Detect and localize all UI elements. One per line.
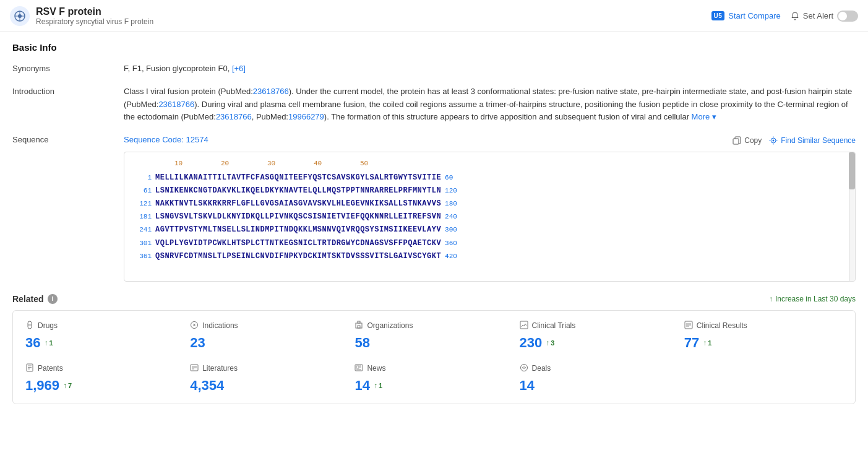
seq-segment: GWYTSVITIE [393, 172, 441, 184]
sequence-row: 361QSNRVFCDTM NSLTLPSEIN LCNVDIFNPK YDCK… [133, 251, 846, 262]
introduction-row: Introduction Class I viral fusion protei… [12, 85, 856, 124]
literatures-label: Literatures [202, 364, 238, 373]
sequence-inner[interactable]: 10 20 30 40 50 1MELLILKANA ITTILTAVTF CF… [124, 152, 855, 281]
header: RSV F protein Respiratory syncytial viru… [0, 0, 868, 32]
literatures-icon [190, 363, 199, 374]
drugs-count: 36 ↑1 [25, 335, 184, 351]
deals-number: 14 [520, 378, 535, 394]
clinical-results-icon [684, 321, 693, 331]
seq-segment: NAKKTNVTLS [155, 198, 203, 210]
patents-label: Patents [38, 364, 63, 373]
seq-start-num: 361 [133, 251, 152, 262]
patents-number: 1,969 [25, 378, 59, 394]
sequence-code: Sequence Code: 12574 [124, 134, 208, 147]
sequence-row: 121NAKKTNVTLS KKRKRRFLGF LLGVGSAIAS GVAV… [133, 198, 846, 210]
header-left: RSV F protein Respiratory syncytial viru… [10, 6, 153, 26]
seq-start-num: 61 [133, 186, 152, 197]
news-badge: ↑1 [374, 381, 382, 390]
related-item-indications: Indications 23 [190, 321, 348, 351]
ruler-20: 20 [202, 158, 248, 170]
seq-start-num: 1 [133, 173, 152, 184]
seq-segment: LLSTNKAVVS [393, 198, 441, 210]
clinical-trials-icon [520, 321, 528, 331]
seq-segment: LSNGVSVLTS [155, 211, 203, 223]
seq-segment: GVAVSKVLHL [298, 198, 346, 210]
sequence-rows-container: 1MELLILKANA ITTILTAVTF CFASGQNITE EFYQST… [133, 172, 846, 262]
seq-end-num: 300 [445, 225, 457, 236]
svg-rect-19 [358, 326, 360, 328]
copy-button[interactable]: Copy [733, 136, 762, 145]
related-header: Related i ↑ Increase in Last 30 days [12, 294, 856, 304]
alert-toggle[interactable] [837, 11, 858, 22]
organizations-number: 58 [355, 335, 369, 351]
pubmed-link-1[interactable]: 23618766 [253, 87, 289, 96]
drugs-header: Drugs [25, 321, 184, 331]
seq-segment: EFYQSTCSAV [298, 172, 346, 184]
patents-header: Patents [25, 363, 184, 374]
set-alert-label: Set Alert [803, 11, 833, 20]
seq-segment: MELLILKANA [155, 172, 203, 184]
find-similar-label: Find Similar Sequence [781, 136, 856, 145]
sequence-scrollbar[interactable] [849, 152, 855, 281]
related-info-icon[interactable]: i [48, 294, 58, 304]
patents-badge: ↑7 [63, 381, 72, 390]
sequence-row: 301VQLPLYGVID TPCWKLHTSP LCTTNTKEGS NICL… [133, 238, 846, 249]
seq-segment: LLGVGSAIAS [251, 198, 298, 210]
copy-icon [733, 136, 741, 145]
seq-segment: DVSSSVITSL [346, 251, 393, 262]
increase-text: Increase in Last 30 days [775, 295, 856, 303]
related-item-drugs: Drugs 36 ↑1 [25, 321, 184, 351]
sequence-value: Sequence Code: 12574 Copy [124, 134, 856, 282]
main-content: Basic Info Synonyms F, F1, Fusion glycop… [0, 32, 868, 414]
related-item-empty [684, 363, 843, 394]
clinical-results-badge-num: 1 [708, 339, 711, 347]
pubmed-link-4[interactable]: 19966279 [288, 112, 324, 121]
find-similar-icon [769, 136, 778, 145]
introduction-more-link[interactable]: More ▾ [692, 112, 716, 121]
pubmed-link-2[interactable]: 23618766 [158, 100, 194, 109]
sequence-row: 181LSNGVSVLTS KVLDLKNYID KQLLPIVNKQ SCSI… [133, 211, 846, 223]
synonyms-more-link[interactable]: [+6] [232, 64, 246, 73]
set-alert-container: Set Alert [791, 11, 858, 22]
news-header: News [355, 363, 513, 374]
title-block: RSV F protein Respiratory syncytial viru… [36, 6, 153, 26]
indications-number: 23 [190, 335, 205, 351]
seq-segment: GTDAKVKLIK [203, 185, 251, 197]
literatures-count: 4,354 [190, 378, 348, 394]
seq-segment: IEFQQKNNRL [346, 211, 393, 223]
sequence-label: Sequence [12, 134, 111, 282]
seq-segment: INDMPITNDQ [251, 224, 298, 236]
clinical-trials-header: Clinical Trials [520, 321, 678, 331]
drugs-number: 36 [25, 335, 40, 351]
deals-label: Deals [532, 364, 551, 373]
news-label: News [367, 364, 385, 373]
seq-end-num: 180 [445, 199, 457, 210]
drugs-badge-num: 1 [49, 339, 53, 347]
related-grid: Drugs 36 ↑1 Indications 23 [12, 310, 856, 404]
seq-segment: TPCWKLHTSP [203, 238, 251, 249]
seq-segment: ITTILTAVTF [203, 172, 251, 184]
organizations-label: Organizations [367, 321, 413, 330]
seq-segment: MLTNSELLSL [203, 224, 251, 236]
organizations-count: 58 [355, 335, 513, 351]
ruler-10: 10 [155, 158, 202, 170]
clinical-results-count: 77 ↑1 [684, 335, 843, 351]
sequence-box[interactable]: 10 20 30 40 50 1MELLILKANA ITTILTAVTF CF… [124, 152, 856, 282]
seq-segment: LCNVDIFNPK [251, 251, 298, 262]
seq-segment: WYCDNAGSVS [346, 238, 393, 249]
seq-end-num: 240 [445, 212, 457, 223]
news-badge-num: 1 [379, 382, 382, 389]
ruler-30: 30 [248, 158, 294, 170]
clinical-trials-badge: ↑3 [546, 339, 554, 347]
seq-end-num: 360 [445, 238, 457, 249]
pubmed-link-3[interactable]: 23618766 [216, 112, 252, 121]
sequence-row: 1MELLILKANA ITTILTAVTF CFASGQNITE EFYQST… [133, 172, 846, 184]
seq-end-num: 120 [445, 186, 457, 197]
bell-icon [791, 12, 799, 20]
find-similar-button[interactable]: Find Similar Sequence [769, 136, 856, 145]
page-title: RSV F protein [36, 6, 153, 17]
seq-segment: GAIVSCYGKT [393, 251, 441, 262]
increase-arrow-icon: ↑ [769, 295, 773, 303]
ruler-40: 40 [294, 158, 341, 170]
compare-button[interactable]: U5 Start Compare [711, 11, 781, 20]
